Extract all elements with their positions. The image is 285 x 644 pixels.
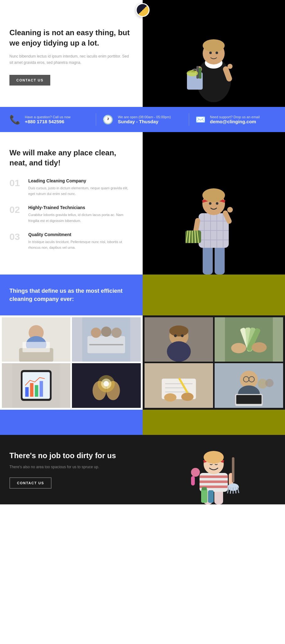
gallery-cell-1	[2, 317, 70, 362]
svg-point-79	[181, 393, 193, 401]
svg-point-24	[202, 188, 225, 202]
svg-rect-53	[40, 381, 43, 397]
info-bar: 📞 Have a question? Call us now +880 1718…	[0, 107, 285, 132]
svg-point-65	[181, 334, 184, 337]
feature-number-3: 03	[9, 232, 23, 251]
bottom-subtext: There's also no area too spacious for us…	[9, 465, 133, 469]
svg-point-100	[191, 468, 200, 477]
phone-info: Have a question? Call us now +880 1718 5…	[25, 115, 71, 124]
feature-text-2: Curabitur lobortis gravida tellus, id di…	[28, 212, 133, 224]
svg-point-59	[104, 381, 109, 386]
svg-rect-46	[89, 344, 123, 345]
feature-item-3: 03 Quality Commitment In tristique iacul…	[9, 232, 133, 251]
svg-point-98	[204, 451, 224, 464]
svg-point-28	[227, 207, 233, 213]
feature-content-3: Quality Commitment In tristique iaculis …	[28, 232, 133, 251]
info-divider-1	[96, 113, 96, 126]
gallery-cell-5	[145, 317, 213, 362]
svg-point-62	[167, 341, 191, 362]
gallery-right	[143, 315, 285, 410]
feature-number-1: 01	[9, 178, 23, 197]
gallery-left	[0, 315, 143, 410]
nav-logo	[136, 3, 150, 17]
svg-rect-88	[236, 395, 262, 404]
color-bar-left	[0, 410, 143, 435]
svg-rect-101	[191, 476, 195, 486]
hero-illustration	[179, 5, 248, 102]
phone-label: Have a question? Call us now	[25, 115, 71, 119]
bottom-hero-section: There's no job too dirty for us There's …	[0, 435, 285, 504]
info-item-hours: 🕐 We are open (08:00am - 05:00pm) Sunday…	[102, 114, 183, 125]
svg-point-63	[169, 325, 188, 336]
phone-icon: 📞	[9, 114, 20, 125]
svg-rect-52	[35, 385, 38, 397]
info-item-email: ✉️ Need support? Drop us an email demo@c…	[195, 115, 276, 125]
svg-rect-11	[199, 68, 201, 79]
hero-heading: Cleaning is not an easy thing, but we en…	[9, 28, 133, 48]
svg-rect-94	[200, 475, 228, 478]
svg-rect-51	[30, 383, 34, 397]
svg-point-64	[174, 334, 177, 337]
hero-subtext: Nunc bibendum lectus id ipsum interdum, …	[9, 53, 133, 66]
svg-point-7	[227, 64, 233, 69]
gallery-section	[0, 315, 285, 410]
svg-line-106	[230, 487, 231, 494]
hours-value: Sunday - Thusday	[118, 119, 171, 124]
email-icon: ✉️	[195, 115, 206, 125]
svg-point-90	[265, 379, 273, 387]
define-left: Things that define us as the most effici…	[0, 275, 143, 315]
features-section: We will make any place clean, neat, and …	[0, 132, 285, 275]
svg-point-78	[164, 393, 176, 402]
svg-point-44	[101, 326, 112, 337]
bottom-heading: There's no job too dirty for us	[9, 451, 133, 460]
bottom-right	[143, 435, 285, 504]
gallery-cell-6	[215, 317, 283, 362]
feature-title-1: Leading Cleaning Company	[28, 178, 133, 183]
feature-number-2: 02	[9, 205, 23, 224]
feature-content-1: Leading Cleaning Company Duis cursus, ju…	[28, 178, 133, 197]
email-value: demo@clinging.com	[210, 119, 260, 124]
gallery-cell-4	[72, 363, 140, 408]
svg-point-4	[209, 52, 212, 54]
bottom-illustration	[182, 438, 245, 504]
hero-right	[143, 0, 285, 107]
svg-point-43	[91, 328, 101, 338]
features-heading: We will make any place clean, neat, and …	[9, 148, 133, 168]
svg-rect-111	[202, 487, 207, 490]
svg-point-5	[216, 52, 218, 54]
svg-rect-103	[232, 457, 234, 482]
bottom-left: There's no job too dirty for us There's …	[0, 435, 143, 504]
bottom-cta-button[interactable]: CONTACT US	[9, 477, 52, 489]
svg-line-34	[195, 230, 195, 243]
features-right	[143, 132, 285, 275]
feature-text-3: In tristique iaculis tincidunt. Pellente…	[28, 239, 133, 251]
svg-rect-112	[208, 490, 214, 503]
features-illustration	[179, 155, 248, 275]
phone-number: +880 1718 542596	[25, 119, 71, 124]
svg-rect-50	[25, 387, 29, 397]
define-right	[143, 275, 285, 315]
svg-line-108	[235, 487, 236, 493]
color-bar	[0, 410, 285, 435]
svg-point-26	[216, 202, 218, 205]
clock-icon: 🕐	[102, 114, 113, 125]
gallery-cell-8	[215, 363, 283, 408]
svg-point-12	[187, 70, 198, 76]
svg-rect-95	[200, 480, 228, 483]
svg-rect-40	[23, 342, 50, 352]
feature-title-2: Highly-Trained Technicians	[28, 205, 133, 210]
svg-point-3	[203, 39, 225, 52]
hours-label: We are open (08:00am - 05:00pm)	[118, 115, 171, 119]
hero-left: Cleaning is not an easy thing, but we en…	[0, 0, 143, 107]
svg-point-45	[112, 328, 122, 338]
color-bar-right	[143, 410, 285, 435]
hours-info: We are open (08:00am - 05:00pm) Sunday -…	[118, 115, 171, 124]
gallery-cell-3	[2, 363, 70, 408]
features-left: We will make any place clean, neat, and …	[0, 132, 143, 275]
feature-item-2: 02 Highly-Trained Technicians Curabitur …	[9, 205, 133, 224]
svg-point-25	[209, 202, 211, 205]
svg-rect-110	[201, 489, 207, 503]
feature-content-2: Highly-Trained Technicians Curabitur lob…	[28, 205, 133, 224]
hero-cta-button[interactable]: CONTACT US	[9, 75, 50, 86]
info-divider-2	[189, 113, 189, 126]
